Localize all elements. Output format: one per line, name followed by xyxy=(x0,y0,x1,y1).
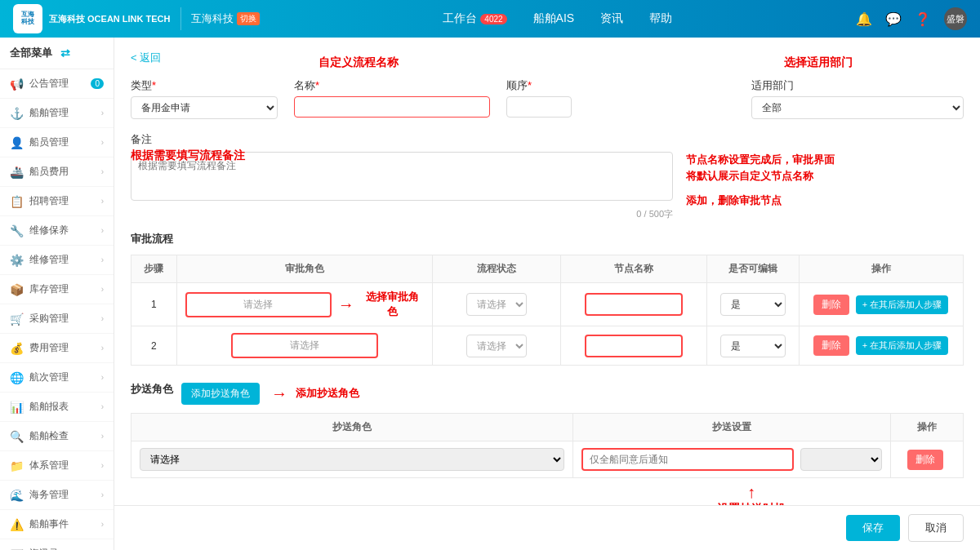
chevron-right-icon10: › xyxy=(101,373,104,382)
delete-btn-2[interactable]: 删除 xyxy=(813,335,849,356)
back-link[interactable]: < 返回 xyxy=(131,51,161,65)
chart-icon: 📊 xyxy=(10,401,24,414)
sidebar-item-vessel[interactable]: ⚓ 船舶管理 › xyxy=(0,99,114,128)
editable-select-1[interactable]: 是 否 xyxy=(720,293,786,316)
ship-icon: 🚢 xyxy=(10,166,24,179)
role-select-box-2: 请选择 xyxy=(231,333,378,358)
cc-title: 抄送角色 xyxy=(131,382,173,397)
announcement-icon: 📢 xyxy=(10,78,24,91)
bell-icon[interactable]: 🔔 xyxy=(856,11,872,27)
col-flow: 流程状态 xyxy=(433,255,561,283)
bottom-bar: 保存 取消 xyxy=(114,505,980,550)
add-cc-btn[interactable]: 添加抄送角色 xyxy=(181,383,260,405)
avatar[interactable]: 盛磐 xyxy=(944,7,967,30)
char-count: 0 / 500字 xyxy=(131,208,673,220)
content-area: < 返回 类型* 备用金申请 名称* 自定义流程名称 顺序* xyxy=(114,38,980,550)
chevron-right-icon7: › xyxy=(101,285,104,294)
flow-select-1[interactable]: 请选择 xyxy=(466,293,527,316)
nav-workbench[interactable]: 工作台 4022 xyxy=(443,11,506,26)
sidebar-item-inspection[interactable]: 🔍 船舶检查 › xyxy=(0,422,114,451)
role-cell-2: 请选择 xyxy=(176,326,432,366)
sidebar-item-repair[interactable]: ⚙️ 维修管理 › xyxy=(0,246,114,275)
help-icon[interactable]: ❓ xyxy=(915,11,931,27)
wave-icon: 🌊 xyxy=(10,489,24,502)
order-label: 顺序* xyxy=(506,78,572,93)
editable-select-2[interactable]: 是 否 xyxy=(720,335,786,357)
order-input[interactable] xyxy=(506,96,572,118)
cart-icon: 🛒 xyxy=(10,313,24,326)
announcement-badge: 0 xyxy=(91,78,104,89)
warning-icon: ⚠️ xyxy=(10,518,24,531)
current-site[interactable]: 互海科技 切换 xyxy=(191,11,260,26)
cc-role-select[interactable]: 请选择 xyxy=(140,448,564,471)
chevron-right-icon3: › xyxy=(101,167,104,176)
col-role: 审批角色 xyxy=(176,255,432,283)
cc-setting-input[interactable] xyxy=(581,448,794,471)
nav-help[interactable]: 帮助 xyxy=(649,11,672,26)
sidebar: 全部菜单 ⇄ 📢 公告管理 0 ⚓ 船舶管理 › 👤 船员管理 › 🚢 船员费用… xyxy=(0,38,114,550)
cc-col-role: 抄送角色 xyxy=(131,414,573,441)
sidebar-item-recruit[interactable]: 📋 招聘管理 › xyxy=(0,187,114,216)
save-button[interactable]: 保存 xyxy=(846,515,900,541)
sidebar-item-voyage[interactable]: 🌐 航次管理 › xyxy=(0,363,114,393)
sidebar-item-purchase[interactable]: 🛒 采购管理 › xyxy=(0,304,114,334)
sidebar-item-maritime[interactable]: 🌊 海务管理 › xyxy=(0,481,114,510)
remark-textarea[interactable] xyxy=(131,152,673,201)
sidebar-item-system[interactable]: 📁 体系管理 › xyxy=(0,451,114,481)
news-icon: 📰 xyxy=(10,548,24,551)
cc-header: 抄送角色 添加抄送角色 → 添加抄送角色 xyxy=(131,382,964,405)
sidebar-item-news[interactable]: 📰 资讯录 › xyxy=(0,539,114,550)
name-input[interactable] xyxy=(294,96,490,118)
person-icon: 👤 xyxy=(10,136,24,149)
editable-cell-1: 是 否 xyxy=(706,283,799,326)
sidebar-item-crew-cost[interactable]: 🚢 船员费用 › xyxy=(0,157,114,187)
dept-group: 适用部门 全部 选择适用部门 xyxy=(751,78,964,119)
sidebar-item-crew[interactable]: 👤 船员管理 › xyxy=(0,128,114,157)
cc-delete-btn[interactable]: 删除 xyxy=(907,450,943,470)
dept-label: 适用部门 xyxy=(751,78,964,93)
sidebar-item-maintenance[interactable]: 🔧 维修保养 › xyxy=(0,216,114,246)
sidebar-item-announcement[interactable]: 📢 公告管理 0 xyxy=(0,69,114,99)
add-after-btn-1[interactable]: + 在其后添加人步骤 xyxy=(856,295,948,314)
box-icon: 📦 xyxy=(10,283,24,296)
flow-select-2[interactable]: 请选择 xyxy=(466,335,527,357)
arrow-timing: ↑ xyxy=(539,483,964,502)
logo-area: 互海科技 互海科技 OCEAN LINK TECH xyxy=(13,4,171,33)
add-after-btn-2[interactable]: + 在其后添加人步骤 xyxy=(856,336,948,355)
editable-cell-2: 是 否 xyxy=(706,326,799,366)
anchor-icon: ⚓ xyxy=(10,107,24,120)
chat-icon[interactable]: 💬 xyxy=(885,11,902,27)
sidebar-toggle[interactable]: ⇄ xyxy=(60,47,70,60)
brand-name: 互海科技 OCEAN LINK TECH xyxy=(49,13,171,24)
node-input-1[interactable] xyxy=(585,293,683,316)
cc-action-cell: 删除 xyxy=(891,441,964,478)
cancel-button[interactable]: 取消 xyxy=(908,514,964,542)
nav-ais[interactable]: 船舶AIS xyxy=(533,11,575,26)
sidebar-item-incident[interactable]: ⚠️ 船舶事件 › xyxy=(0,510,114,539)
sidebar-item-finance[interactable]: 💰 费用管理 › xyxy=(0,334,114,363)
arrow-cc: → xyxy=(271,384,287,403)
nav-news[interactable]: 资讯 xyxy=(600,11,623,26)
type-label: 类型* xyxy=(131,78,278,93)
node-input-2[interactable] xyxy=(585,335,683,357)
approval-row-2: 2 请选择 请选择 xyxy=(131,326,964,366)
delete-btn-1[interactable]: 删除 xyxy=(813,295,849,315)
site-tag[interactable]: 切换 xyxy=(237,12,260,25)
type-select[interactable]: 备用金申请 xyxy=(131,96,278,119)
chevron-right-icon8: › xyxy=(101,314,104,323)
content-inner: < 返回 类型* 备用金申请 名称* 自定义流程名称 顺序* xyxy=(114,38,980,550)
step-2: 2 xyxy=(131,326,177,366)
cc-setting-select[interactable] xyxy=(800,448,882,471)
sidebar-item-report[interactable]: 📊 船舶报表 › xyxy=(0,393,114,422)
chevron-right-icon5: › xyxy=(101,226,104,235)
logo-icon: 互海科技 xyxy=(13,4,42,33)
cc-section: 抄送角色 添加抄送角色 → 添加抄送角色 抄送角色 抄送设置 操作 xyxy=(131,382,964,517)
breadcrumb[interactable]: < 返回 xyxy=(131,51,964,65)
chevron-right-icon11: › xyxy=(101,402,104,411)
nav-divider xyxy=(180,7,181,30)
sidebar-item-inventory[interactable]: 📦 库存管理 › xyxy=(0,275,114,304)
node-cell-1 xyxy=(560,283,706,326)
dept-select[interactable]: 全部 xyxy=(751,96,964,119)
chevron-right-icon6: › xyxy=(101,255,104,264)
chevron-right-icon15: › xyxy=(101,520,104,529)
